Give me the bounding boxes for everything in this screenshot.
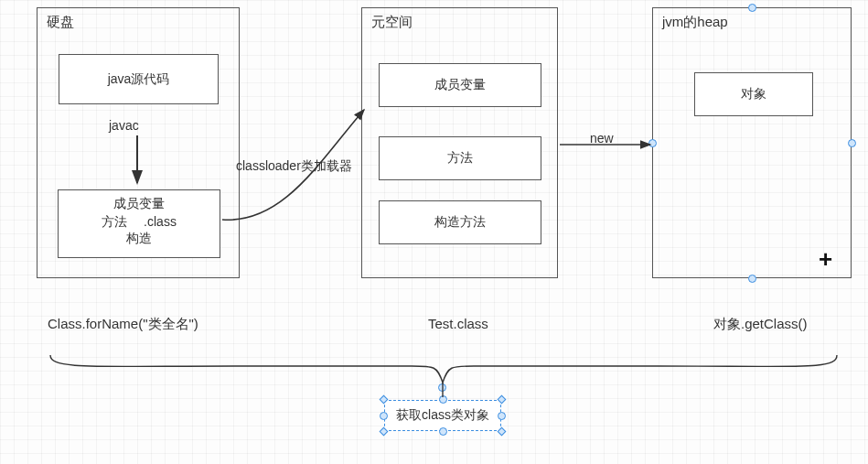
box-get-class-object[interactable]: 获取class类对象 [384, 400, 501, 431]
handle-ne[interactable] [498, 395, 507, 405]
panel-metaspace-title: 元空间 [371, 14, 413, 31]
panel-heap-title: jvm的heap [662, 14, 728, 31]
add-icon[interactable]: + [819, 247, 832, 271]
handle-w[interactable] [380, 412, 388, 420]
box-object: 对象 [694, 72, 813, 116]
panel-disk-title: 硬盘 [47, 14, 74, 31]
box-fields: 成员变量 [379, 63, 541, 107]
handle-se[interactable] [498, 427, 507, 437]
box-java-source-label: java源代码 [108, 71, 170, 88]
box-class-file-l2b: .class [144, 214, 177, 231]
selection-dot-left[interactable] [648, 139, 657, 147]
caption-getclass: 对象.getClass() [713, 316, 808, 333]
box-get-class-object-label: 获取class类对象 [396, 407, 489, 424]
box-class-file-l2a: 方法 [102, 214, 127, 231]
handle-nw[interactable] [380, 395, 389, 405]
box-constructors: 构造方法 [379, 200, 541, 244]
label-classloader: classloader类加载器 [236, 158, 352, 175]
handle-s[interactable] [439, 427, 447, 436]
box-java-source: java源代码 [59, 54, 219, 104]
label-new: new [590, 131, 614, 146]
box-class-file-l1: 成员变量 [62, 196, 216, 212]
caption-forname: Class.forName("类全名") [48, 316, 198, 333]
box-constructors-label: 构造方法 [434, 214, 486, 231]
panel-heap[interactable]: jvm的heap 对象 [652, 7, 852, 278]
panel-disk: 硬盘 java源代码 javac 成员变量 方法 .class 构造 [37, 7, 240, 278]
panel-metaspace: 元空间 成员变量 方法 构造方法 [361, 7, 558, 278]
selection-dot-top[interactable] [748, 4, 756, 12]
handle-e[interactable] [498, 412, 506, 420]
connector-dot[interactable] [438, 383, 446, 392]
box-object-label: 对象 [741, 86, 766, 103]
handle-n[interactable] [439, 395, 447, 404]
box-fields-label: 成员变量 [434, 77, 486, 93]
box-class-file: 成员变量 方法 .class 构造 [58, 189, 220, 258]
caption-testclass: Test.class [428, 316, 488, 331]
box-methods-label: 方法 [447, 150, 473, 167]
selection-dot-bottom[interactable] [748, 275, 756, 283]
label-javac: javac [109, 118, 139, 133]
brace [50, 355, 837, 383]
box-class-file-l3: 构造 [62, 231, 216, 247]
box-methods: 方法 [379, 136, 541, 180]
selection-dot-right[interactable] [848, 139, 856, 147]
handle-sw[interactable] [380, 427, 389, 437]
